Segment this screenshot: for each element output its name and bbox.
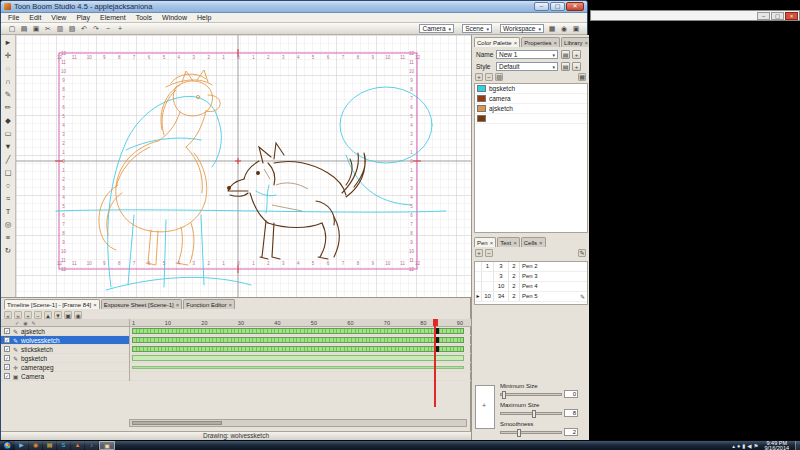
- undo-icon[interactable]: ↶: [79, 24, 89, 34]
- add-layer-icon[interactable]: +: [24, 311, 32, 319]
- timeline-layer-wolvessketch[interactable]: ✓✎wolvessketch: [1, 336, 129, 345]
- menu-tools[interactable]: Tools: [131, 14, 157, 21]
- tab-function-editor[interactable]: Function Editor×: [183, 299, 235, 309]
- taskbar-toonboom-button[interactable]: ▣: [99, 441, 115, 450]
- move-layer-down-icon[interactable]: ▼: [54, 311, 62, 319]
- slider-track[interactable]: [500, 412, 562, 415]
- maximize-button[interactable]: ▢: [550, 2, 565, 11]
- tray-status-icon[interactable]: ●: [737, 443, 740, 449]
- line-tool[interactable]: ╱: [3, 154, 14, 165]
- slider-track[interactable]: [500, 431, 562, 434]
- tab-exposure-sheet-scene-1[interactable]: Exposure Sheet [Scene-1]×: [101, 299, 183, 309]
- color-row-bgsketch[interactable]: bgsketch: [475, 84, 587, 94]
- close-icon[interactable]: ×: [584, 40, 588, 46]
- menu-view[interactable]: View: [46, 14, 71, 21]
- copy-icon[interactable]: ▥: [55, 24, 65, 34]
- close-icon[interactable]: ×: [490, 240, 494, 246]
- style-menu-button[interactable]: ▤: [561, 62, 570, 71]
- second-window-close-button[interactable]: ×: [785, 12, 798, 20]
- show-desktop-button[interactable]: [795, 441, 800, 450]
- close-icon[interactable]: ×: [513, 240, 517, 246]
- tab-text[interactable]: Text×: [497, 237, 520, 247]
- palette-name-select[interactable]: New 1 ▾: [496, 50, 558, 59]
- taskbar-firefox-icon[interactable]: ◉: [29, 441, 42, 450]
- save-icon[interactable]: ▣: [31, 24, 41, 34]
- timeline-track-ajsketch[interactable]: [130, 327, 471, 336]
- layer-visibility-checkbox[interactable]: ✓: [4, 355, 10, 361]
- second-window-maximize-button[interactable]: ▢: [771, 12, 784, 20]
- minimize-button[interactable]: –: [534, 2, 549, 11]
- timeline-layer-ajsketch[interactable]: ✓✎ajsketch: [1, 327, 129, 336]
- palette-style-select[interactable]: Default ▾: [496, 62, 558, 71]
- menu-window[interactable]: Window: [157, 14, 192, 21]
- palette-menu-button[interactable]: ▤: [561, 50, 570, 59]
- tray-network-icon[interactable]: ▮: [742, 443, 745, 449]
- taskbar-mediaplayer-icon[interactable]: ▶: [15, 441, 28, 450]
- timeline-layer-bgsketch[interactable]: ✓✎bgsketch: [1, 354, 129, 363]
- close-icon[interactable]: ×: [539, 240, 543, 246]
- palette-new-button[interactable]: +: [572, 50, 581, 59]
- dropper-tool[interactable]: ▼: [3, 141, 14, 152]
- polyline-tool[interactable]: ≈: [3, 193, 14, 204]
- pen-row-pen-3[interactable]: 32Pen 3: [475, 272, 587, 282]
- expand-all-icon[interactable]: »: [14, 311, 22, 319]
- menu-play[interactable]: Play: [71, 14, 95, 21]
- transform-tool[interactable]: ✛: [3, 50, 14, 61]
- onion-skin-toggle-icon[interactable]: ◉: [74, 311, 82, 319]
- color-row-ajsketch[interactable]: ajsketch: [475, 104, 587, 114]
- tab-cells[interactable]: Cells×: [521, 237, 546, 247]
- pencil-tool[interactable]: ✎: [3, 89, 14, 100]
- lasso-tool[interactable]: ◌: [3, 63, 14, 74]
- tab-pen[interactable]: Pen×: [474, 237, 496, 247]
- close-icon[interactable]: ×: [176, 302, 180, 308]
- timeline-track-wolvessketch[interactable]: [130, 336, 471, 345]
- slider-handle[interactable]: [517, 429, 521, 437]
- cut-icon[interactable]: ✂: [43, 24, 53, 34]
- close-icon[interactable]: ×: [229, 302, 233, 308]
- taskbar-clock[interactable]: 9:49 PM 9/16/2014: [765, 441, 789, 450]
- close-button[interactable]: ✕: [566, 2, 584, 11]
- edit-color-icon[interactable]: ▨: [495, 73, 503, 81]
- pen-list-icon[interactable]: ✎: [578, 249, 586, 257]
- zoom-tool[interactable]: ◎: [3, 219, 14, 230]
- ellipse-tool[interactable]: ○: [3, 180, 14, 191]
- timeline-layer-sticksketch[interactable]: ✓✎sticksketch: [1, 345, 129, 354]
- new-icon[interactable]: ▢: [7, 24, 17, 34]
- layer-visibility-checkbox[interactable]: ✓: [4, 373, 10, 379]
- tray-action-center-icon[interactable]: ⚑: [754, 443, 759, 449]
- timeline-track-sticksketch[interactable]: [130, 345, 471, 354]
- timeline-track-bgsketch[interactable]: [130, 354, 471, 363]
- paste-icon[interactable]: ▧: [67, 24, 77, 34]
- combo-workspace[interactable]: Workspace▾: [500, 24, 544, 33]
- timeline-track-camera[interactable]: [130, 372, 471, 381]
- layer-visibility-checkbox[interactable]: ✓: [4, 364, 10, 370]
- layer-visibility-checkbox[interactable]: ✓: [4, 337, 10, 343]
- menu-element[interactable]: Element: [95, 14, 131, 21]
- tab-color-palette[interactable]: Color Palette×: [474, 37, 520, 47]
- menu-help[interactable]: Help: [192, 14, 216, 21]
- tray-volume-icon[interactable]: ◀: [747, 443, 751, 449]
- close-icon[interactable]: ×: [514, 40, 518, 46]
- second-window-minimize-button[interactable]: –: [757, 12, 770, 20]
- open-icon[interactable]: ▤: [19, 24, 29, 34]
- close-icon[interactable]: ×: [554, 40, 558, 46]
- tray-show-hidden-icon[interactable]: ▴: [732, 443, 735, 449]
- pen-row-pen-5[interactable]: ▸10342Pen 5✎: [475, 292, 587, 302]
- hand-tool[interactable]: ≡: [3, 232, 14, 243]
- tab-library[interactable]: Library×: [561, 37, 589, 47]
- eraser-tool[interactable]: ▭: [3, 128, 14, 139]
- layer-visibility-checkbox[interactable]: ✓: [4, 328, 10, 334]
- menu-file[interactable]: File: [3, 14, 24, 21]
- timeline-track-camerapeg[interactable]: [130, 363, 471, 372]
- combo-scene[interactable]: Scene▾: [462, 24, 492, 33]
- combo-camera[interactable]: Camera▾: [419, 24, 454, 33]
- taskbar-explorer-icon[interactable]: ▤: [43, 441, 56, 450]
- tab-properties[interactable]: Properties×: [521, 37, 560, 47]
- camera-view-icon[interactable]: ▣: [571, 24, 581, 34]
- text-tool[interactable]: T: [3, 206, 14, 217]
- contour-editor-tool[interactable]: ∩: [3, 76, 14, 87]
- onion-skin-icon[interactable]: ◉: [559, 24, 569, 34]
- pen-row-pen-2[interactable]: 132Pen 2: [475, 262, 587, 272]
- rectangle-tool[interactable]: ▢: [3, 167, 14, 178]
- paint-tool[interactable]: ◆: [3, 115, 14, 126]
